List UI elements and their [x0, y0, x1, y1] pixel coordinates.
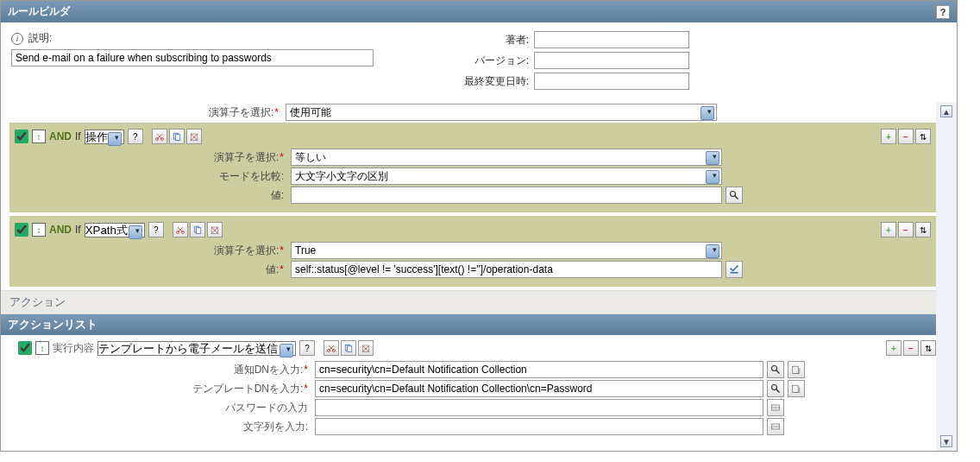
cond2-if: If	[75, 224, 81, 236]
cond1-order-icon[interactable]: ⇅	[915, 129, 931, 144]
svg-rect-16	[348, 346, 352, 352]
svg-rect-20	[793, 366, 799, 373]
action-dn-input[interactable]	[315, 361, 763, 378]
cond2-checkbox[interactable]	[15, 223, 28, 237]
svg-rect-10	[196, 228, 200, 234]
modified-input[interactable]	[534, 73, 689, 90]
cond1-add-icon[interactable]: +	[881, 129, 896, 144]
action-template-dn-label: テンプレートDNを入力:*	[18, 382, 311, 396]
cond2-help-icon[interactable]: ?	[148, 222, 164, 237]
condition-1: ↕ AND If 操作 ? + − ⇅	[9, 123, 936, 212]
cond1-value-browse-icon[interactable]	[726, 187, 743, 204]
action-remove-icon[interactable]: −	[903, 340, 919, 356]
cond2-bool: AND	[49, 224, 72, 236]
info-icon: i	[11, 33, 23, 45]
cond2-value-editor-icon[interactable]	[726, 261, 743, 278]
action-string-editor-icon[interactable]	[767, 418, 784, 435]
action-execute-label: 実行内容	[53, 341, 94, 356]
action-dn-browse-icon[interactable]	[767, 361, 784, 378]
cond2-add-icon[interactable]: +	[881, 222, 896, 237]
svg-line-6	[735, 196, 738, 199]
action-string-label: 文字列を入力:	[18, 420, 311, 434]
description-label: 説明:	[28, 31, 52, 46]
cond1-mode-label: モードを比較:	[15, 169, 287, 184]
action-cut-icon[interactable]	[324, 340, 339, 356]
cond1-paste-icon[interactable]	[186, 129, 202, 144]
action-copy-icon[interactable]	[341, 340, 356, 356]
svg-point-18	[772, 366, 777, 371]
author-input[interactable]	[534, 31, 689, 48]
action-dn-label: 通知DNを入力:*	[18, 363, 311, 377]
cond1-checkbox[interactable]	[15, 130, 28, 143]
cond2-order-icon[interactable]: ⇅	[915, 222, 931, 237]
cond2-operator-label: 演算子を選択:*	[15, 244, 287, 258]
cond2-paste-icon[interactable]	[207, 222, 223, 237]
cond2-operator-select[interactable]: True	[291, 242, 722, 259]
action-password-editor-icon[interactable]	[767, 399, 784, 416]
svg-point-21	[772, 385, 777, 390]
svg-rect-12	[731, 272, 738, 274]
svg-line-19	[776, 370, 780, 374]
meta-panel: i 説明: 著者: バージョン: 最終変更日時:	[1, 22, 957, 102]
author-label: 著者:	[460, 33, 529, 47]
cond1-type-select[interactable]: 操作	[85, 130, 124, 144]
action-section-label: アクション	[1, 290, 936, 314]
action-template-browse-icon[interactable]	[767, 380, 784, 397]
svg-line-22	[776, 389, 780, 393]
version-label: バージョン:	[460, 54, 529, 68]
top-operator-label: 演算子を選択:*	[9, 105, 282, 120]
cond1-operator-select[interactable]: 等しい	[291, 149, 722, 166]
cond1-bool: AND	[49, 130, 72, 142]
action-password-input[interactable]	[315, 399, 763, 416]
action-add-icon[interactable]: +	[886, 340, 901, 356]
cond2-cut-icon[interactable]	[173, 222, 188, 237]
cond1-value-label: 値:	[15, 188, 287, 203]
action-list-header: アクションリスト	[1, 314, 936, 335]
svg-point-5	[731, 192, 736, 197]
help-button[interactable]: ?	[936, 5, 950, 19]
cond1-expand-icon[interactable]: ↕	[32, 130, 46, 143]
cond1-cut-icon[interactable]	[152, 129, 167, 144]
action-template-dn-input[interactable]	[315, 380, 763, 397]
action-expand-icon[interactable]: ↕	[35, 341, 49, 355]
titlebar: ルールビルダ ?	[1, 1, 957, 22]
description-input[interactable]	[11, 49, 374, 66]
cond1-operator-label: 演算子を選択:*	[15, 150, 287, 165]
action-password-label: パスワードの入力	[18, 401, 311, 415]
modified-label: 最終変更日時:	[460, 74, 529, 89]
version-input[interactable]	[534, 52, 689, 69]
top-operator-select[interactable]: 使用可能	[286, 104, 717, 121]
cond2-value-input[interactable]	[291, 261, 722, 278]
condition-2: ↕ AND If XPath式 ? + − ⇅	[9, 216, 936, 287]
cond1-help-icon[interactable]: ?	[128, 129, 143, 144]
cond1-mode-select[interactable]: 大文字小文字の区別	[291, 168, 722, 185]
cond1-remove-icon[interactable]: −	[898, 129, 914, 144]
cond2-copy-icon[interactable]	[190, 222, 205, 237]
action-order-icon[interactable]: ⇅	[920, 340, 936, 356]
cond2-value-label: 値:*	[15, 263, 287, 277]
window-title: ルールビルダ	[8, 4, 70, 19]
scrollbar[interactable]: ▲ ▼	[936, 102, 957, 451]
svg-rect-23	[793, 385, 799, 392]
action-help-icon[interactable]: ?	[299, 340, 315, 356]
scroll-up-icon[interactable]: ▲	[940, 105, 952, 117]
action-execute-select[interactable]: テンプレートから電子メールを送信	[97, 341, 296, 356]
action-checkbox[interactable]	[18, 341, 32, 355]
action-string-input[interactable]	[315, 418, 763, 435]
cond2-remove-icon[interactable]: −	[898, 222, 914, 237]
action-dn-history-icon[interactable]	[788, 361, 805, 378]
scroll-down-icon[interactable]: ▼	[940, 435, 952, 447]
cond2-type-select[interactable]: XPath式	[85, 223, 145, 237]
action-paste-icon[interactable]	[358, 340, 374, 356]
svg-rect-3	[175, 135, 179, 141]
cond1-value-input[interactable]	[291, 187, 722, 204]
cond1-copy-icon[interactable]	[169, 129, 185, 144]
cond2-expand-icon[interactable]: ↕	[32, 223, 46, 237]
cond1-if: If	[75, 130, 81, 142]
action-template-history-icon[interactable]	[788, 380, 805, 397]
